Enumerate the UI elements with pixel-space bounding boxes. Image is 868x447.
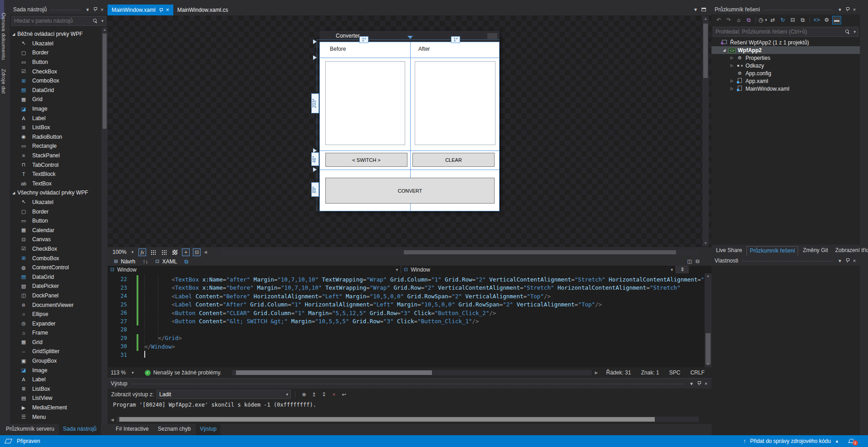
forward-icon[interactable]: ↷	[724, 16, 733, 24]
code-line[interactable]: 30</Window>	[108, 342, 703, 351]
designer-scrollbar[interactable]: ▲ ▼	[702, 16, 709, 246]
toolbox-item[interactable]: ≣ListBox	[10, 123, 102, 132]
float-window-icon[interactable]	[701, 8, 706, 11]
tool-tab-pr-zkumn-k-serveru[interactable]: Průzkumník serveru	[2, 424, 59, 435]
close-icon[interactable]: ×	[851, 7, 858, 12]
panel-tab-seznam-chyb[interactable]: Seznam chyb	[154, 424, 195, 435]
wrench-icon[interactable]: ⚙	[822, 16, 831, 24]
toolbox-item[interactable]: ⊡Canvas	[10, 235, 102, 244]
toolbox-item[interactable]: ALabel	[10, 375, 102, 384]
sidebar-tab-document-outline[interactable]: Osnova dokumentu	[1, 13, 6, 60]
toolbox-search[interactable]: ▾	[11, 16, 106, 26]
right-tab-live-share[interactable]: Live Share	[713, 246, 745, 256]
element-dropdown[interactable]: ⊡ Window▾	[108, 266, 401, 273]
switch-button[interactable]: < SWITCH >	[325, 153, 407, 167]
toolbox-item[interactable]: ◉RadioButton	[10, 132, 102, 142]
toolbox-item[interactable]: ⊞ComboBox	[10, 253, 102, 263]
snap-to-grid-icon[interactable]	[160, 248, 168, 256]
convert-button[interactable]: CONVERT	[325, 178, 495, 204]
tree-item[interactable]: Řešení WpfApp2 (1 z 1 projektů)	[711, 39, 860, 46]
find-message-icon[interactable]: ⊕	[299, 392, 309, 398]
home-icon[interactable]: ⌂	[734, 16, 743, 24]
column-definition-badge[interactable]: 1*	[359, 36, 368, 43]
word-wrap-icon[interactable]: ↩	[339, 392, 348, 398]
toolbox-item[interactable]: ▭Button	[10, 58, 102, 67]
toolbox-item[interactable]: ☑CheckBox	[10, 67, 102, 76]
drag-grip[interactable]	[50, 9, 81, 11]
toolbox-item[interactable]: ≡StackPanel	[10, 151, 102, 160]
background-task-icon[interactable]	[5, 439, 12, 443]
toolbox-item[interactable]: ▦Grid	[10, 338, 102, 347]
editor-zoom-select[interactable]: 113 %▾	[111, 369, 134, 376]
split-editor-icon[interactable]: ⇕	[676, 266, 689, 273]
toolbox-item[interactable]: ▭Button	[10, 216, 102, 226]
chevron-up-icon[interactable]: ▲	[835, 439, 839, 443]
after-label[interactable]: After	[418, 46, 430, 52]
editor-scrollbar[interactable]: ▲ ▼	[705, 273, 711, 367]
close-icon[interactable]: ×	[98, 7, 106, 12]
toolbox-item[interactable]: ▭Rectangle	[10, 141, 102, 151]
chevron-collapsed-icon[interactable]: ▷	[730, 56, 734, 60]
toolbox-item[interactable]: ALabel	[10, 113, 102, 123]
scroll-left-icon[interactable]: ◀	[204, 250, 207, 254]
toolbox-item[interactable]: ▢Border	[10, 48, 102, 58]
row-marker[interactable]	[313, 167, 317, 172]
notifications-bell-icon[interactable]: 2	[848, 438, 854, 444]
clear-button[interactable]: CLEAR	[412, 153, 495, 167]
tab-design-view[interactable]: ⊞Návrh	[110, 257, 139, 266]
drag-grip[interactable]	[741, 260, 833, 262]
preview-icon[interactable]: ▬	[832, 16, 841, 24]
tab-list-dropdown-icon[interactable]: ▾	[694, 6, 697, 13]
prev-message-icon[interactable]: ↥	[309, 392, 319, 398]
chevron-down-icon[interactable]: ▾	[853, 29, 856, 34]
code-line[interactable]: 26 <Button Content="CLEAR" Grid.Column="…	[108, 309, 703, 317]
toolbox-item[interactable]: ≣ListBox	[10, 384, 102, 394]
toolbox-item[interactable]: ◍ContentControl	[10, 263, 102, 272]
toolbox-item[interactable]: ▧DatePicker	[10, 282, 102, 291]
toolbox-item[interactable]: ▶MediaElement	[10, 403, 102, 413]
sidebar-tab-data-sources[interactable]: Zdroje dat	[1, 69, 6, 94]
window-position-menu-icon[interactable]: ▾	[688, 381, 695, 387]
designer-horizontal-scrollbar[interactable]	[222, 250, 698, 255]
search-icon[interactable]	[93, 19, 98, 24]
popout-pane-icon[interactable]: ⧉	[184, 258, 188, 265]
designer-artboard[interactable]: Converter 1* 1* 203* 46* 89* Before	[319, 31, 500, 211]
line-ending-indicator[interactable]: CRLF	[690, 369, 704, 376]
toolbox-item[interactable]: ⊓TabControl	[10, 160, 102, 170]
back-icon[interactable]: ↶	[714, 16, 723, 24]
artboard-background-toggle-icon[interactable]: ⊡	[193, 248, 201, 256]
health-check-icon[interactable]: ✓	[145, 370, 151, 376]
pin-icon[interactable]	[695, 381, 702, 387]
drag-grip[interactable]	[131, 383, 685, 385]
pin-icon[interactable]	[843, 7, 851, 13]
scroll-up-icon[interactable]: ▲	[102, 27, 108, 33]
tree-item[interactable]: ▷⚙Properties	[711, 54, 860, 62]
grid-row-line[interactable]	[320, 151, 499, 151]
refresh-icon[interactable]: ↻	[778, 16, 787, 24]
zoom-select[interactable]: 100%▾	[111, 248, 135, 256]
element-dropdown[interactable]: ⊡ Window▾	[401, 266, 676, 273]
chevron-expanded-icon[interactable]: ◢	[722, 48, 726, 52]
tree-item[interactable]: ▷MainWindow.xaml	[711, 85, 860, 92]
close-icon[interactable]: ×	[851, 258, 858, 263]
scroll-left-icon[interactable]: ◀	[111, 418, 114, 422]
scroll-down-icon[interactable]: ▼	[705, 362, 711, 367]
close-icon[interactable]: ×	[702, 381, 710, 386]
search-icon[interactable]	[845, 29, 850, 34]
health-message[interactable]: Nenašly se žádné problémy.	[153, 369, 222, 376]
output-log-line[interactable]: Program '[80240] WpfApp2.exe' skončil s …	[113, 402, 711, 408]
column-splitter-marker[interactable]	[407, 36, 413, 39]
snapping-options-icon[interactable]	[171, 248, 179, 256]
clear-all-icon[interactable]: ×	[329, 392, 338, 398]
effects-toggle-icon[interactable]: fx	[138, 248, 146, 256]
view-code-icon[interactable]: <>	[812, 16, 821, 24]
row-definition-badge[interactable]: 203*	[311, 93, 319, 113]
window-position-menu-icon[interactable]: ▾	[836, 258, 843, 264]
panel-tab-f-interactive[interactable]: F# Interactive	[112, 424, 153, 435]
toolbox-item[interactable]: ↖Ukazatel	[10, 198, 102, 207]
tab-xaml-view[interactable]: ⊡XAML	[152, 257, 181, 266]
horizontal-split-icon[interactable]: ⊟	[696, 258, 700, 264]
insert-mode-indicator[interactable]: SPC	[669, 369, 681, 376]
xaml-code-editor[interactable]: 22 <TextBox x:Name="after" Margin="10,7,…	[108, 273, 711, 367]
toolbox-item[interactable]: ◪Image	[10, 104, 102, 114]
